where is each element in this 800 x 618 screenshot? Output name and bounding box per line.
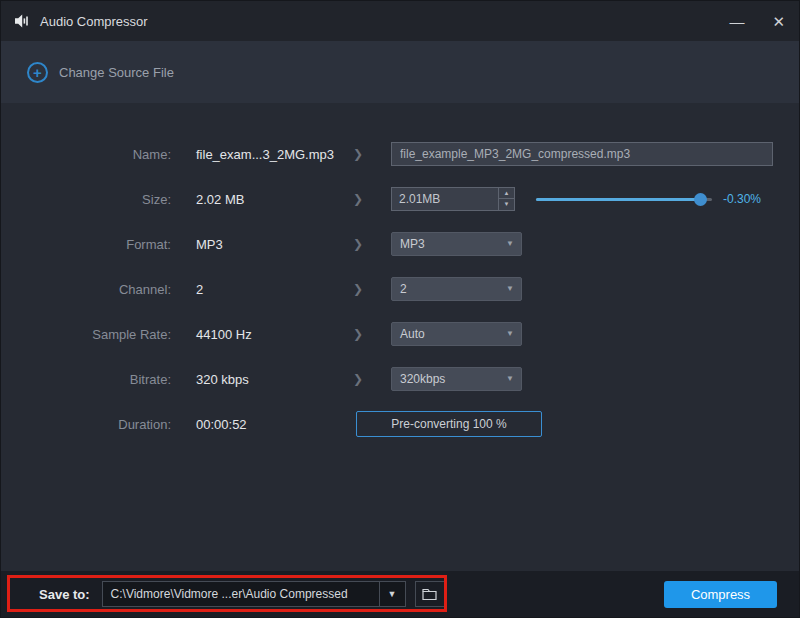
bitrate-value: 320 kbps bbox=[196, 371, 249, 386]
audio-compressor-window: Audio Compressor — ✕ + Change Source Fil… bbox=[0, 0, 800, 618]
bitrate-dropdown[interactable]: 320kbps ▼ bbox=[391, 367, 522, 391]
settings-panel: Name: file_exam...3_2MG.mp3 ❯ Size: 2.02… bbox=[1, 103, 799, 571]
sample-rate-label: Sample Rate: bbox=[1, 326, 171, 341]
size-label: Size: bbox=[1, 191, 171, 206]
pre-converting-button[interactable]: Pre-converting 100 % bbox=[356, 411, 542, 437]
format-selected: MP3 bbox=[392, 237, 499, 251]
chevron-right-icon: ❯ bbox=[353, 327, 363, 341]
channel-label: Channel: bbox=[1, 281, 171, 296]
channel-dropdown[interactable]: 2 ▼ bbox=[391, 277, 522, 301]
chevron-right-icon: ❯ bbox=[353, 237, 363, 251]
stepper-down-icon[interactable]: ▼ bbox=[499, 199, 514, 210]
format-label: Format: bbox=[1, 236, 171, 251]
folder-icon bbox=[422, 588, 437, 601]
save-path-combobox[interactable]: C:\Vidmore\Vidmore ...er\Audio Compresse… bbox=[102, 581, 406, 607]
name-row: Name: file_exam...3_2MG.mp3 ❯ bbox=[1, 131, 799, 176]
duration-label: Duration: bbox=[1, 416, 171, 431]
chevron-down-icon: ▼ bbox=[499, 374, 521, 383]
chevron-down-icon: ▼ bbox=[499, 284, 521, 293]
sample-rate-dropdown[interactable]: Auto ▼ bbox=[391, 322, 522, 346]
output-filename-input[interactable] bbox=[391, 142, 773, 166]
format-row: Format: MP3 ❯ MP3 ▼ bbox=[1, 221, 799, 266]
chevron-down-icon: ▼ bbox=[499, 239, 521, 248]
bitrate-row: Bitrate: 320 kbps ❯ 320kbps ▼ bbox=[1, 356, 799, 401]
browse-folder-button[interactable] bbox=[415, 581, 445, 607]
bitrate-label: Bitrate: bbox=[1, 371, 171, 386]
channel-row: Channel: 2 ❯ 2 ▼ bbox=[1, 266, 799, 311]
size-reduction-percent: -0.30% bbox=[723, 192, 761, 206]
format-dropdown[interactable]: MP3 ▼ bbox=[391, 232, 522, 256]
target-size-input[interactable] bbox=[392, 188, 498, 210]
chevron-right-icon: ❯ bbox=[353, 147, 363, 161]
bitrate-selected: 320kbps bbox=[392, 372, 499, 386]
close-button[interactable]: ✕ bbox=[772, 14, 785, 29]
name-label: Name: bbox=[1, 146, 171, 161]
sample-rate-row: Sample Rate: 44100 Hz ❯ Auto ▼ bbox=[1, 311, 799, 356]
title-bar: Audio Compressor — ✕ bbox=[1, 1, 799, 41]
stepper-up-icon[interactable]: ▲ bbox=[499, 188, 514, 200]
slider-fill bbox=[536, 198, 700, 201]
save-path-value: C:\Vidmore\Vidmore ...er\Audio Compresse… bbox=[103, 587, 379, 601]
slider-handle[interactable] bbox=[694, 193, 707, 206]
compress-button[interactable]: Compress bbox=[664, 581, 777, 608]
speaker-icon bbox=[15, 14, 31, 28]
name-value: file_exam...3_2MG.mp3 bbox=[196, 146, 334, 161]
window-controls: — ✕ bbox=[729, 14, 785, 29]
target-size-stepper[interactable]: ▲ ▼ bbox=[391, 187, 515, 211]
header-bar: + Change Source File bbox=[1, 41, 799, 103]
chevron-down-icon: ▼ bbox=[499, 329, 521, 338]
change-source-file-label: Change Source File bbox=[59, 65, 174, 80]
duration-value: 00:00:52 bbox=[196, 416, 247, 431]
channel-selected: 2 bbox=[392, 282, 499, 296]
footer-bar: Save to: C:\Vidmore\Vidmore ...er\Audio … bbox=[1, 571, 799, 617]
save-to-label: Save to: bbox=[39, 587, 90, 602]
change-source-file-button[interactable]: + Change Source File bbox=[27, 62, 174, 83]
size-row: Size: 2.02 MB ❯ ▲ ▼ -0.30% bbox=[1, 176, 799, 221]
duration-row: Duration: 00:00:52 Pre-converting 100 % bbox=[1, 401, 799, 446]
chevron-right-icon: ❯ bbox=[353, 192, 363, 206]
stepper-buttons: ▲ ▼ bbox=[498, 188, 514, 210]
size-value: 2.02 MB bbox=[196, 191, 244, 206]
sample-rate-value: 44100 Hz bbox=[196, 326, 252, 341]
add-icon: + bbox=[27, 62, 48, 83]
window-title: Audio Compressor bbox=[40, 14, 148, 29]
sample-rate-selected: Auto bbox=[392, 327, 499, 341]
format-value: MP3 bbox=[196, 236, 223, 251]
minimize-button[interactable]: — bbox=[729, 14, 744, 29]
chevron-down-icon[interactable]: ▼ bbox=[379, 582, 405, 606]
chevron-right-icon: ❯ bbox=[353, 372, 363, 386]
chevron-right-icon: ❯ bbox=[353, 282, 363, 296]
size-slider[interactable] bbox=[536, 192, 712, 206]
channel-value: 2 bbox=[196, 281, 203, 296]
